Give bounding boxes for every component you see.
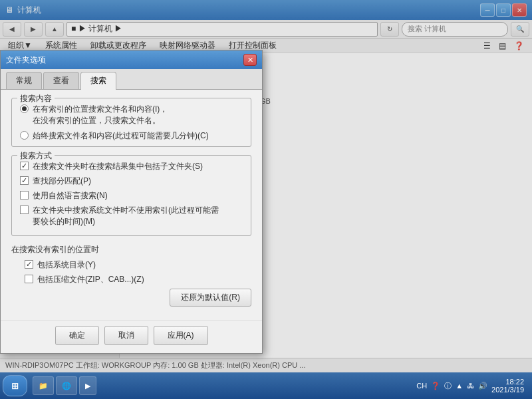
dialog-close-button[interactable]: ✕ [243,54,257,66]
checkbox-partial[interactable]: 查找部分匹配(P) [20,176,243,187]
desktop: 🖥 计算机 ─ □ ✕ ◀ ▶ ▲ ■ ▶ 计算机 ▶ ↻ 搜索 计算机 🔍 [0,0,532,399]
radio-option-1[interactable]: 在有索引的位置搜索文件名和内容(I)，在没有索引的位置，只搜索文件名。 [20,104,243,126]
radio-2-text: 始终搜索文件名和内容(此过程可能需要几分钟)(C) [33,130,209,142]
restore-defaults-button[interactable]: 还原为默认值(R) [170,289,251,307]
checkbox-subfolders-text: 在搜索文件夹时在搜索结果集中包括子文件夹(S) [33,161,203,172]
radio-1-input[interactable] [20,104,29,113]
radio-option-2[interactable]: 始终搜索文件名和内容(此过程可能需要几分钟)(C) [20,130,243,142]
tray-info-icon: ⓘ [444,381,452,391]
media-icon: ▶ [85,382,90,390]
dialog-titlebar: 文件夹选项 ✕ [1,51,262,69]
checkbox-partial-input[interactable] [20,176,29,185]
folder-options-dialog: 文件夹选项 ✕ 常规 查看 搜索 搜索内容 在有索引的位置搜索文件名和内容(I)… [0,50,263,354]
ok-button[interactable]: 确定 [55,326,99,345]
apply-button[interactable]: 应用(A) [154,326,208,345]
clock-date: 2021/3/19 [491,386,524,394]
tab-view[interactable]: 查看 [43,72,79,89]
checkbox-sys-dir-input[interactable] [25,260,33,269]
no-index-section: 在搜索没有索引的位置时 包括系统目录(Y) 包括压缩文件(ZIP、CAB...)… [11,244,251,285]
search-content-group: 搜索内容 在有索引的位置搜索文件名和内容(I)，在没有索引的位置，只搜索文件名。… [11,98,251,147]
checkbox-partial-text: 查找部分匹配(P) [33,176,91,187]
no-index-options: 包括系统目录(Y) 包括压缩文件(ZIP、CAB...)(Z) [11,259,251,285]
tab-general[interactable]: 常规 [6,72,42,89]
explorer-icon: 📁 [39,382,48,390]
checkbox-noindex-text: 在文件夹中搜索系统文件时不使用索引(此过程可能需要较长的时间)(M) [33,205,219,227]
tray-help-icon: ❓ [431,382,440,390]
dialog-body: 搜索内容 在有索引的位置搜索文件名和内容(I)，在没有索引的位置，只搜索文件名。… [1,90,262,320]
tray-lang: CH [416,382,427,390]
cancel-button[interactable]: 取消 [104,326,148,345]
search-content-label: 搜索内容 [17,93,55,104]
checkbox-noindex-input[interactable] [20,205,29,214]
checkbox-subfolders-input[interactable] [20,162,29,170]
restore-area: 还原为默认值(R) [11,289,251,312]
checkbox-natural[interactable]: 使用自然语言搜索(N) [20,190,243,201]
no-index-label: 在搜索没有索引的位置时 [11,244,251,255]
taskbar: ⊞ 📁 🌐 ▶ CH ❓ ⓘ ▲ 🖧 🔊 18:22 2021/3/19 [0,372,532,399]
checkbox-natural-text: 使用自然语言搜索(N) [33,190,108,201]
taskbar-item-ie[interactable]: 🌐 [56,376,77,395]
checkbox-sys-dir-text: 包括系统目录(Y) [37,259,96,271]
radio-2-input[interactable] [20,131,29,140]
taskbar-item-media[interactable]: ▶ [79,376,96,395]
tray-expand-icon[interactable]: ▲ [456,382,463,390]
checkbox-natural-input[interactable] [20,191,29,200]
taskbar-tray: CH ❓ ⓘ ▲ 🖧 🔊 18:22 2021/3/19 [411,378,529,394]
checkbox-sys-dir[interactable]: 包括系统目录(Y) [25,259,251,271]
modal-overlay: 文件夹选项 ✕ 常规 查看 搜索 搜索内容 在有索引的位置搜索文件名和内容(I)… [0,0,532,372]
tray-network-icon: 🖧 [467,382,474,390]
clock: 18:22 2021/3/19 [491,378,524,394]
tab-bar: 常规 查看 搜索 [1,69,262,90]
search-method-label: 搜索方式 [17,150,55,162]
tray-volume-icon[interactable]: 🔊 [478,382,487,390]
checkbox-noindex[interactable]: 在文件夹中搜索系统文件时不使用索引(此过程可能需要较长的时间)(M) [20,205,243,227]
checkbox-zip[interactable]: 包括压缩文件(ZIP、CAB...)(Z) [25,274,251,285]
clock-time: 18:22 [491,378,524,386]
search-method-group: 搜索方式 在搜索文件夹时在搜索结果集中包括子文件夹(S) 查找部分匹配(P) 使… [11,155,251,236]
checkbox-zip-input[interactable] [25,275,33,283]
checkbox-subfolders[interactable]: 在搜索文件夹时在搜索结果集中包括子文件夹(S) [20,161,243,172]
radio-1-text: 在有索引的位置搜索文件名和内容(I)，在没有索引的位置，只搜索文件名。 [33,104,168,126]
dialog-title: 文件夹选项 [6,55,46,66]
checkbox-zip-text: 包括压缩文件(ZIP、CAB...)(Z) [37,274,144,285]
tab-search[interactable]: 搜索 [80,72,116,90]
ie-icon: 🌐 [62,382,71,390]
taskbar-items: 📁 🌐 ▶ [30,376,408,395]
start-icon: ⊞ [11,381,19,391]
dialog-footer: 确定 取消 应用(A) [1,320,262,353]
taskbar-item-explorer[interactable]: 📁 [33,376,54,395]
start-button[interactable]: ⊞ [3,375,27,396]
